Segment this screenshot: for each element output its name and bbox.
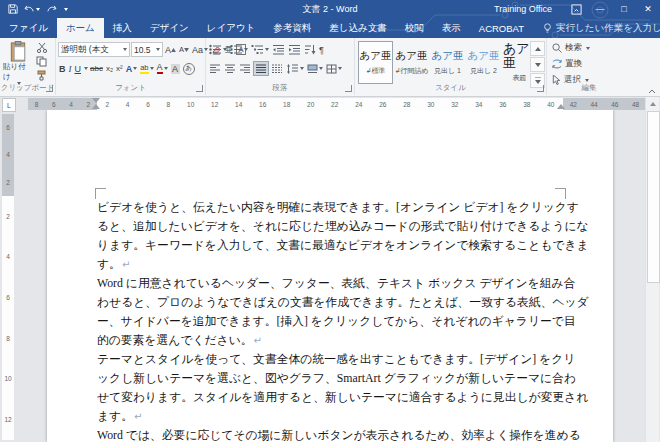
line-text: ります。キーワードを入力して、文書に最適なビデオをオンラインで検索することもでき… xyxy=(97,238,589,252)
vertical-scrollbar[interactable] xyxy=(645,97,659,442)
ruler-number: 8 xyxy=(35,101,39,108)
styles-dialog-launcher-icon[interactable] xyxy=(537,85,544,92)
ribbon-tab[interactable]: 参考資料 xyxy=(264,18,320,38)
clipboard-dialog-launcher-icon[interactable] xyxy=(46,85,53,92)
find-button[interactable]: 検索 xyxy=(552,42,590,54)
superscript-button[interactable]: x² xyxy=(115,61,124,76)
scrollbar-thumb[interactable] xyxy=(647,111,660,283)
ribbon-tab[interactable]: 校閲 xyxy=(396,18,433,38)
account-name[interactable]: Training Office xyxy=(494,4,564,14)
maximize-button[interactable]: □ xyxy=(612,0,636,18)
ruler-number: 8 xyxy=(167,101,171,108)
enclose-circle-button[interactable]: あ xyxy=(182,61,196,76)
style-card[interactable]: あア亜 ↲行間詰め xyxy=(394,41,429,84)
bold-button[interactable]: B xyxy=(58,61,67,76)
ribbon-tab[interactable]: ホーム xyxy=(57,18,104,38)
ribbon-tab-bar: ファイルホーム挿入デザインレイアウト参考資料差し込み文書校閲表示ACROBAT … xyxy=(0,18,660,38)
ribbon-tab[interactable]: 表示 xyxy=(433,18,470,38)
qat-customize-caret-icon[interactable] xyxy=(63,8,68,11)
copy-button[interactable] xyxy=(36,56,48,67)
ruler-number: 2 xyxy=(6,213,10,220)
italic-button[interactable]: I xyxy=(68,61,73,76)
underline-caret-icon[interactable] xyxy=(84,67,88,70)
sort-button[interactable] xyxy=(303,42,317,57)
numbering-button[interactable] xyxy=(229,42,249,57)
font-dialog-launcher-icon[interactable] xyxy=(196,85,203,92)
ribbon-tab[interactable]: デザイン xyxy=(141,18,198,38)
paragraph-dialog-launcher-icon[interactable] xyxy=(345,85,352,92)
styles-scroll-up-icon[interactable] xyxy=(530,41,545,56)
subscript-button[interactable]: x₂ xyxy=(105,61,114,76)
font-name-combo[interactable]: 游明朝 (本文 xyxy=(58,42,130,57)
save-icon[interactable] xyxy=(8,4,18,14)
hanging-indent-marker[interactable] xyxy=(92,104,100,109)
tab-stop-selector[interactable]: L xyxy=(2,98,16,112)
vertical-ruler[interactable]: 642 24681012 xyxy=(2,114,14,440)
shrink-font-button[interactable]: A xyxy=(178,42,190,57)
tell-me-box[interactable]: 実行したい作業を入力してください xyxy=(533,18,660,38)
font-color-button[interactable]: A xyxy=(156,61,169,76)
highlight-button[interactable]: ab xyxy=(139,61,154,76)
ruler-number: 40 xyxy=(547,101,554,108)
grow-font-button[interactable]: A xyxy=(164,42,177,57)
borders-button[interactable] xyxy=(325,61,343,76)
redo-button[interactable] xyxy=(46,5,57,14)
first-line-indent-marker[interactable] xyxy=(92,98,100,103)
undo-button[interactable] xyxy=(24,5,40,14)
multilevel-list-button[interactable] xyxy=(250,42,270,57)
styles-scroll-down-icon[interactable] xyxy=(530,57,545,72)
close-button[interactable]: ✕ xyxy=(636,0,660,18)
style-card[interactable]: あア亜 見出し 1 xyxy=(430,41,465,84)
font-size-combo[interactable]: 10.5 xyxy=(131,42,163,57)
line-text: Word では、必要に応じてその場に新しいボタンが表示されるため、効率よく操作を… xyxy=(97,428,581,442)
document-line: す。↵ xyxy=(97,255,563,274)
collapse-ribbon-icon[interactable] xyxy=(648,89,656,94)
align-left-button[interactable] xyxy=(208,61,222,76)
style-card[interactable]: あア亜 見出し 2 xyxy=(466,41,501,84)
ribbon-tab[interactable]: 差し込み文書 xyxy=(320,18,395,38)
show-editing-marks-button[interactable]: ¶ xyxy=(318,42,325,57)
character-shading-button[interactable]: A xyxy=(170,61,181,76)
document-page[interactable]: ビデオを使うと、伝えたい内容を明確に表現できます。[オンライン ビデオ] をクリ… xyxy=(47,110,613,442)
style-name: 見出し 2 xyxy=(470,66,497,76)
cut-button[interactable] xyxy=(36,42,48,53)
ruler-number: 8 xyxy=(6,335,10,342)
paste-label: 貼り付け xyxy=(3,62,33,82)
lightbulb-icon xyxy=(543,23,552,34)
shading-button[interactable] xyxy=(306,61,324,76)
document-line: Word では、必要に応じてその場に新しいボタンが表示されるため、効率よく操作を… xyxy=(97,426,563,442)
replace-button[interactable]: 置換 xyxy=(552,58,582,70)
line-spacing-button[interactable] xyxy=(285,61,305,76)
style-card[interactable]: あア亜 ↲標準 xyxy=(358,41,393,84)
ribbon-tab[interactable]: ACROBAT xyxy=(470,18,533,38)
paste-button[interactable]: 貼り付け xyxy=(3,41,33,85)
align-right-button[interactable] xyxy=(238,61,252,76)
ruler-number: 36 xyxy=(499,101,506,108)
strikethrough-button[interactable]: abc xyxy=(89,61,104,76)
decrease-indent-button[interactable] xyxy=(271,42,286,57)
distribute-button[interactable] xyxy=(270,61,284,76)
ribbon-tab[interactable]: ファイル xyxy=(0,18,57,38)
style-preview: あア亜 xyxy=(432,49,464,63)
style-preview: あア亜 xyxy=(468,49,500,63)
scroll-up-icon[interactable] xyxy=(646,97,659,110)
bullets-button[interactable] xyxy=(208,42,228,57)
align-center-button[interactable] xyxy=(223,61,237,76)
ribbon-tab[interactable]: 挿入 xyxy=(104,18,141,38)
underline-button[interactable]: U xyxy=(74,61,83,76)
ribbon-display-options-icon[interactable] xyxy=(564,0,588,18)
text-effects-button[interactable]: A xyxy=(125,61,139,76)
document-line: Word に用意されているヘッダー、フッター、表紙、テキスト ボックス デザイン… xyxy=(97,274,563,293)
horizontal-ruler[interactable]: 8642 24681012141618202224262830323436384… xyxy=(28,98,646,110)
format-painter-button[interactable] xyxy=(36,70,48,81)
word-window: 文書 2 - Word Training Office — □ ✕ ファイルホー… xyxy=(0,0,660,442)
right-indent-marker[interactable] xyxy=(557,104,565,109)
justify-button[interactable] xyxy=(253,61,269,76)
title-bar: 文書 2 - Word Training Office — □ ✕ xyxy=(0,0,660,18)
ruler-number: 32 xyxy=(451,101,458,108)
increase-indent-button[interactable] xyxy=(287,42,302,57)
font-size-value: 10.5 xyxy=(134,45,151,55)
minimize-button[interactable]: — xyxy=(588,0,612,18)
ribbon-tab[interactable]: レイアウト xyxy=(198,18,265,38)
undo-caret-icon[interactable] xyxy=(36,8,40,11)
